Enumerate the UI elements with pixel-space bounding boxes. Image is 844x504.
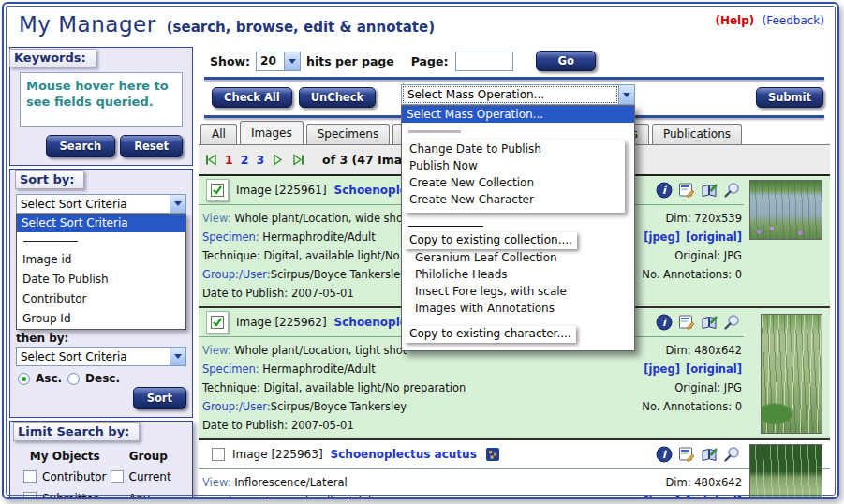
info-icon[interactable]: i xyxy=(656,446,673,463)
image-thumbnail[interactable] xyxy=(749,180,822,240)
zoom-icon[interactable] xyxy=(723,446,740,463)
field-value: Inflorescence/Lateral xyxy=(234,476,347,489)
contributor-checkbox[interactable] xyxy=(23,470,37,483)
image-thumbnail[interactable] xyxy=(761,314,822,434)
reset-button[interactable]: Reset xyxy=(120,135,183,157)
check-all-button[interactable]: Check All xyxy=(212,87,292,108)
edit-icon[interactable] xyxy=(678,314,695,331)
chevron-down-icon[interactable] xyxy=(170,195,185,213)
last-page-icon[interactable] xyxy=(292,154,305,166)
original-link[interactable]: [original] xyxy=(686,230,742,244)
submitter-checkbox[interactable] xyxy=(23,492,37,499)
page-title: My Manager xyxy=(19,12,156,37)
field-value: Hermaphrodite/Adult xyxy=(262,495,376,499)
sort-option[interactable]: Group Id xyxy=(17,309,185,329)
annotations-count: 0 xyxy=(735,400,742,413)
hits-per-page-select[interactable]: 20 xyxy=(256,52,301,71)
info-icon[interactable]: i xyxy=(656,314,673,331)
field-label: Specimen: xyxy=(202,230,259,244)
edit-icon[interactable] xyxy=(678,446,695,463)
original-link[interactable]: [original] xyxy=(686,363,742,376)
first-page-icon[interactable] xyxy=(204,154,217,166)
original-format-label: Original: xyxy=(674,249,720,262)
page-number-link[interactable]: 2 xyxy=(241,153,249,167)
annotate-icon[interactable] xyxy=(701,446,718,463)
original-link[interactable]: [original] xyxy=(686,495,742,499)
jpeg-link[interactable]: [jpeg] xyxy=(644,363,680,376)
sort-criteria-select[interactable]: Select Sort Criteria xyxy=(16,194,186,214)
page-go-button[interactable]: Go xyxy=(536,51,595,71)
zoom-icon[interactable] xyxy=(723,182,740,199)
massop-collection-option[interactable]: Philoliche Heads xyxy=(415,266,634,283)
any-group-checkbox[interactable] xyxy=(111,498,124,499)
field-value: Whole plant/Location, tight shot xyxy=(234,344,407,357)
search-button[interactable]: Search xyxy=(46,135,116,157)
annotate-icon[interactable] xyxy=(701,182,718,199)
massop-option[interactable]: Change Date to Publish xyxy=(409,141,619,157)
uncheck-button[interactable]: UnCheck xyxy=(299,87,376,108)
taxonomy-icon[interactable] xyxy=(486,448,499,461)
field-value: Scirpus/Boyce Tankersley xyxy=(271,400,407,413)
page-number-input[interactable] xyxy=(455,52,513,71)
page-subtitle: (search, browse, edit & annotate) xyxy=(167,19,435,36)
tab-all[interactable]: All xyxy=(200,124,237,144)
tab-specimens[interactable]: Specimens xyxy=(306,124,390,144)
massop-option[interactable]: Create New Character xyxy=(409,191,619,208)
sort-option[interactable]: Contributor xyxy=(17,289,185,309)
annotations-count: 0 xyxy=(735,268,742,281)
row-checkbox[interactable] xyxy=(206,179,229,201)
desc-radio[interactable] xyxy=(67,373,80,385)
chevron-down-icon[interactable] xyxy=(170,348,185,365)
jpeg-link[interactable]: [jpeg] xyxy=(644,495,680,499)
row-checkbox[interactable] xyxy=(206,311,229,334)
keywords-label: Keywords: xyxy=(9,49,96,67)
edit-icon[interactable] xyxy=(678,182,695,199)
massop-option-selected[interactable]: Select Mass Operation... xyxy=(402,106,634,123)
sort-panel: Sort by: Select Sort Criteria Select Sor… xyxy=(9,169,193,418)
massop-option[interactable]: Create New Collection xyxy=(409,174,619,191)
hits-per-page-value: 20 xyxy=(257,54,284,67)
massop-option[interactable]: Publish Now xyxy=(409,157,619,174)
asc-label: Asc. xyxy=(36,372,62,385)
chevron-down-icon[interactable] xyxy=(618,85,634,104)
page-number-link[interactable]: 3 xyxy=(256,153,264,167)
sort-button[interactable]: Sort xyxy=(133,387,186,409)
info-icon[interactable]: i xyxy=(656,182,673,199)
tab-images[interactable]: Images xyxy=(240,121,304,144)
help-link[interactable]: (Help) xyxy=(715,14,754,27)
massop-option-copy-collection[interactable]: Copy to existing collection.... xyxy=(405,232,577,249)
sort-criteria-selected: Select Sort Criteria xyxy=(17,198,170,211)
sort-option[interactable]: Date To Publish xyxy=(17,270,185,289)
field-value: Whole plant/Location, wide shot xyxy=(234,212,407,225)
tab-publications[interactable]: Publications xyxy=(652,124,742,144)
massop-option-copy-character[interactable]: Copy to existing character.... xyxy=(405,326,576,343)
next-page-icon[interactable] xyxy=(272,154,285,166)
field-label: Specimen: xyxy=(202,363,259,376)
annotations-label: No. Annotations: xyxy=(642,268,732,281)
chevron-down-icon[interactable] xyxy=(284,52,300,70)
page-number-current: 1 xyxy=(225,153,233,167)
current-group-checkbox[interactable] xyxy=(111,470,124,483)
zoom-icon[interactable] xyxy=(723,314,740,331)
field-label: View: xyxy=(202,212,231,225)
sort-option-selected[interactable]: Select Sort Criteria xyxy=(17,215,185,232)
asc-radio[interactable] xyxy=(18,373,30,385)
submit-button[interactable]: Submit xyxy=(756,87,823,108)
original-format-value: JPG xyxy=(724,381,742,394)
jpeg-link[interactable]: [jpeg] xyxy=(644,230,680,244)
dim-label: Dim: xyxy=(665,476,690,489)
sort-option[interactable]: Image id xyxy=(17,250,185,270)
contributor-label: Contributor xyxy=(42,470,107,483)
taxon-link[interactable]: Schoenoplectus acutus xyxy=(331,448,477,461)
mass-operation-select[interactable]: Select Mass Operation... xyxy=(401,84,635,105)
annotations-label: No. Annotations: xyxy=(642,400,732,413)
massop-collection-option[interactable]: Insect Fore legs, with scale xyxy=(415,283,634,300)
row-checkbox[interactable] xyxy=(212,448,225,461)
massop-collection-option[interactable]: Geranium Leaf Collection xyxy=(415,249,634,266)
massop-collection-option[interactable]: Images with Annotations xyxy=(415,300,634,317)
keywords-hover-area[interactable]: Mouse hover here to see fields queried. xyxy=(20,72,183,127)
then-by-select[interactable]: Select Sort Criteria xyxy=(16,347,186,366)
image-thumbnail[interactable] xyxy=(749,444,822,499)
feedback-link[interactable]: (Feedback) xyxy=(762,14,824,27)
annotate-icon[interactable] xyxy=(701,314,718,331)
